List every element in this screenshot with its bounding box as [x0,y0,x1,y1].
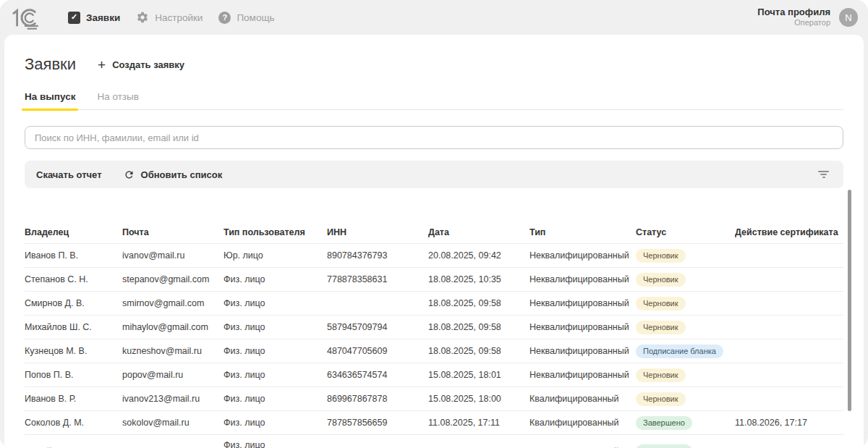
requests-table: Владелец Почта Тип пользователя ИНН Дата… [25,221,843,448]
user-type-label: Физ. лицо [224,274,320,285]
status-cell: Черновик [636,392,735,406]
status-cell: Подписание бланка [636,345,735,358]
user-type-cell: Юр. лицо [224,245,327,266]
column-header: Статус [636,227,735,237]
app-window: Заявки Настройки ? Помощь Почта профиля … [0,0,868,448]
email-cell: mihaylov@gmail.com [122,322,224,332]
nav-item-label: Помощь [237,12,274,23]
user-type-label: Физ. лицо [224,321,320,333]
email-cell: ivanov@mail.ru [122,250,224,261]
question-circle-icon: ? [218,12,231,24]
user-type-cell: Физ. лицо [224,293,327,313]
table-row[interactable]: Иванов П. В. ivanov@mail.ru Юр. лицо 890… [25,243,843,267]
tab-revoke[interactable]: На отзыв [97,91,138,109]
status-badge: Черновик [636,321,686,334]
column-header: Тип [529,227,636,237]
owner-cell: Соколов Д. М. [25,418,122,428]
status-badge: Подписание бланка [636,345,723,358]
toolbar: Скачать отчет Обновить список [25,161,843,188]
user-type-label: Юр. лицо [224,250,320,261]
nav-item-requests[interactable]: Заявки [68,12,120,24]
date-cell: 18.08.2025, 09:58 [428,322,529,332]
owner-cell: Михайлов Ш. С. [25,322,122,332]
email-cell: ivanov213@mail.ru [122,394,224,404]
email-cell: smirnov@gmail.com [122,298,224,308]
status-badge: Черновик [636,249,686,263]
nav-item-settings[interactable]: Настройки [136,11,203,24]
status-cell: Завершено [636,416,735,430]
status-badge: Завершено [636,416,692,430]
status-badge: Черновик [636,273,686,287]
nav-item-label: Настройки [155,12,203,23]
inn-cell: 787857856659 [327,418,428,428]
user-type-label: Физ. лицо [224,369,320,381]
type-cell: Неквалифицированный [529,274,636,284]
date-cell: 20.08.2025, 09:42 [428,250,529,261]
refresh-list-label: Обновить список [141,169,223,180]
inn-cell: 634636574574 [327,370,428,380]
top-nav: Заявки Настройки ? Помощь Почта профиля … [0,0,868,35]
user-type-cell: Физ. лицо [224,365,327,385]
filter-icon[interactable] [815,168,832,181]
plus-icon: + [98,58,106,72]
vertical-scrollbar[interactable] [848,190,851,411]
date-cell: 15.08.2025, 18:01 [428,370,529,380]
user-type-label: Физ. лицо [224,393,320,405]
inn-cell: 869967867878 [327,394,428,404]
profile-info[interactable]: Почта профиля Оператор [757,7,830,28]
nav-item-label: Заявки [86,12,120,23]
user-type-cell: Физ. лицо [224,389,327,409]
date-cell: 18.08.2025, 09:58 [428,298,529,308]
nav-items: Заявки Настройки ? Помощь [68,11,275,24]
table-body: Иванов П. В. ivanov@mail.ru Юр. лицо 890… [25,243,843,448]
user-type-label: Физ. лицо [224,297,320,309]
search-input[interactable] [25,126,843,149]
refresh-list-button[interactable]: Обновить список [124,169,223,180]
inn-cell: 890784376793 [327,250,428,261]
table-row[interactable]: Соколов Д. М. sokolov@mail.ru Физ. лицо … [25,410,843,434]
table-row[interactable]: Кузнецов М. В. kuzneshov@mail.ru Физ. ли… [25,339,843,363]
gear-icon [136,11,149,24]
inn-cell: 587945709794 [327,322,428,332]
table-header: Владелец Почта Тип пользователя ИНН Дата… [25,221,843,243]
nav-item-help[interactable]: ? Помощь [218,12,274,24]
column-header: Владелец [25,227,122,237]
table-row[interactable]: Михайлов В. П. mihaylov343@gmail.com Физ… [25,434,843,448]
create-request-button[interactable]: + Создать заявку [98,58,184,72]
table-row[interactable]: Иванов В. Р. ivanov213@mail.ru Физ. лицо… [25,386,843,410]
type-cell: Неквалифицированный [529,298,636,308]
owner-cell: Иванов В. Р. [25,394,122,404]
table-row[interactable]: Михайлов Ш. С. mihaylov@gmail.com Физ. л… [25,315,843,339]
table-row[interactable]: Смирнов Д. В. smirnov@gmail.com Физ. лиц… [25,291,843,315]
profile-role: Оператор [757,18,830,28]
owner-cell: Кузнецов М. В. [25,346,122,356]
table-row[interactable]: Степанов С. Н. stepanov@gmail.com Физ. л… [25,267,843,291]
tab-issue[interactable]: На выпуск [25,91,75,109]
type-cell: Квалифицированный [529,418,636,428]
column-header: Почта [122,227,224,237]
tabs: На выпуск На отзыв [25,91,843,110]
email-cell: kuzneshov@mail.ru [122,346,224,356]
download-report-label: Скачать отчет [36,169,102,180]
email-cell: stepanov@gmail.com [122,274,224,284]
email-cell: popov@mail.ru [122,370,224,380]
status-badge: Завершено [636,444,692,448]
type-cell: Неквалифицированный [529,250,636,261]
user-type-label: Физ. лицо [224,439,320,448]
status-cell: Черновик [636,297,735,310]
download-report-button[interactable]: Скачать отчет [36,169,102,180]
table-row[interactable]: Попов П. В. popov@mail.ru Физ. лицо 6346… [25,363,843,386]
avatar[interactable]: N [839,8,858,27]
user-type-cell: Физ. лицо [224,269,327,289]
date-cell: 18.08.2025, 09:58 [428,346,529,356]
date-cell: 11.08.2025, 17:11 [428,418,529,428]
page-title: Заявки [25,55,76,74]
user-type-cell: Физ. лицо [224,317,327,337]
user-type-cell: Физ. лицо [224,413,327,433]
status-badge: Черновик [636,392,686,406]
status-cell: Черновик [636,368,735,382]
status-cell: Черновик [636,249,735,263]
owner-cell: Иванов П. В. [25,250,122,261]
status-cell: Черновик [636,321,735,334]
column-header: Тип пользователя [224,227,327,237]
